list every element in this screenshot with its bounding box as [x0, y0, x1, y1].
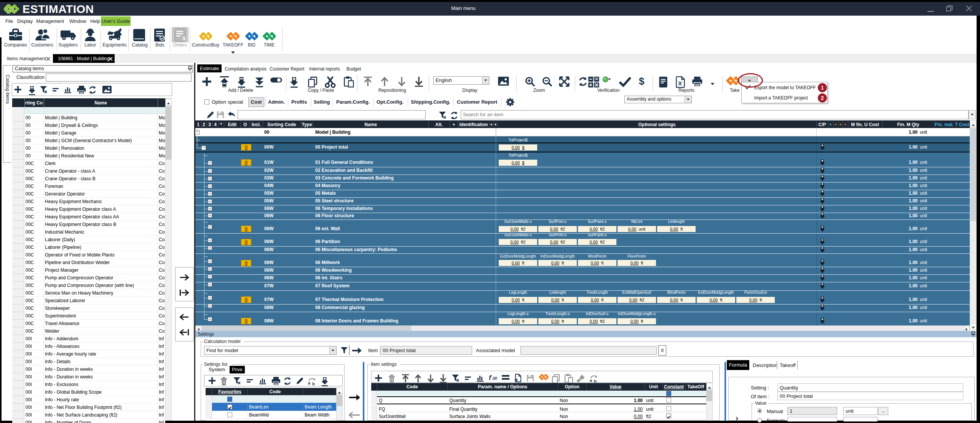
svg-text:b: b [312, 381, 315, 386]
svg-text:$: $ [183, 35, 186, 41]
svg-text:æ: æ [492, 375, 497, 381]
svg-text:a: a [590, 378, 592, 383]
svg-text:X: X [678, 80, 682, 87]
svg-text:a: a [308, 381, 311, 385]
svg-text:b: b [594, 379, 597, 383]
svg-text:f: f [489, 374, 492, 381]
